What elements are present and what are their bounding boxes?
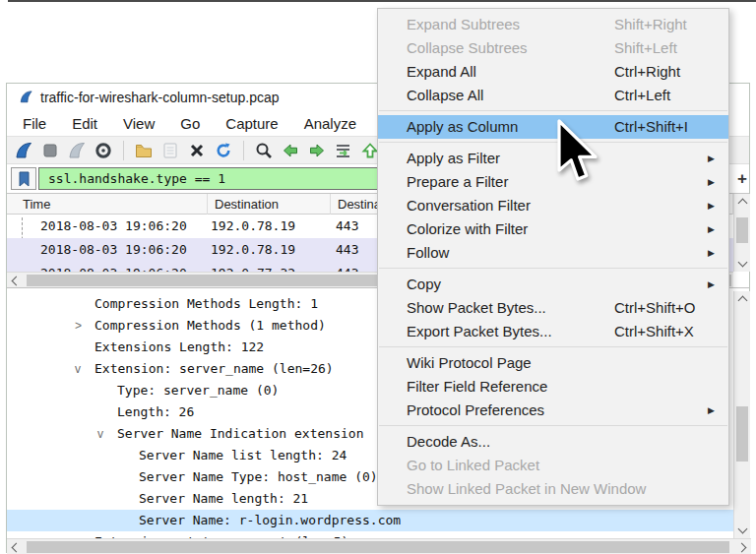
filter-bookmark-button[interactable] xyxy=(11,167,36,190)
scroll-up-arrow[interactable] xyxy=(734,194,750,210)
menu-separator xyxy=(379,268,727,269)
scroll-left-arrow[interactable] xyxy=(7,273,23,288)
desktop: traffic-for-wireshark-column-setup.pcap … xyxy=(0,0,756,554)
detail-row-selected[interactable]: Server Name: r-login.wordpress.com xyxy=(7,510,733,531)
toolbar-separator xyxy=(243,141,244,160)
detail-hscrollbar[interactable] xyxy=(7,538,751,554)
cell-destination: 192.0.78.19 xyxy=(211,215,295,238)
column-header-time[interactable]: Time xyxy=(7,194,208,215)
expanded-arrow-icon: v xyxy=(97,423,103,445)
submenu-arrow-icon: ▶ xyxy=(708,399,715,422)
menu-item-filter-field-reference[interactable]: Filter Field Reference xyxy=(378,375,728,399)
close-file-icon[interactable] xyxy=(186,140,208,160)
cell-destination: 192.0.78.19 xyxy=(211,238,295,262)
vscroll-thumb[interactable] xyxy=(736,217,748,243)
detail-row[interactable]: >Extension: status_request (len=5) xyxy=(7,531,733,538)
menu-go[interactable]: Go xyxy=(180,115,200,132)
menu-item-export-packet-bytes[interactable]: Export Packet Bytes...Ctrl+Shift+X xyxy=(378,320,728,343)
find-packet-icon[interactable] xyxy=(253,140,275,160)
menu-item-show-linked-packet-in-new-window[interactable]: Show Linked Packet in New Window xyxy=(378,477,728,501)
menu-separator xyxy=(379,110,727,111)
previous-packet-icon[interactable] xyxy=(280,140,301,160)
menu-item-colorize-with-filter[interactable]: Colorize with Filter▶ xyxy=(378,217,728,241)
menu-item-protocol-preferences[interactable]: Protocol Preferences▶ xyxy=(378,399,728,422)
menu-item-follow[interactable]: Follow▶ xyxy=(378,241,728,265)
packet-list-vscrollbar[interactable] xyxy=(733,194,750,272)
collapsed-arrow-icon: > xyxy=(75,315,82,337)
menu-item-go-to-linked-packet[interactable]: Go to Linked Packet xyxy=(378,454,728,477)
menu-item-expand-all[interactable]: Expand AllCtrl+Right xyxy=(378,60,728,84)
menu-item-apply-as-column[interactable]: Apply as ColumnCtrl+Shift+I xyxy=(378,115,728,139)
menu-analyze[interactable]: Analyze xyxy=(304,115,356,132)
cell-time: 2018-08-03 19:06:20 xyxy=(40,215,187,238)
next-packet-icon[interactable] xyxy=(306,140,328,160)
bookmark-icon xyxy=(18,171,31,187)
menu-separator xyxy=(379,142,727,143)
submenu-arrow-icon: ▶ xyxy=(708,170,715,194)
cell-time: 2018-08-03 19:06:20 xyxy=(40,262,187,272)
hscroll-thumb[interactable] xyxy=(27,541,729,553)
menu-item-prepare-a-filter[interactable]: Prepare a Filter▶ xyxy=(378,170,728,194)
window-title: traffic-for-wireshark-column-setup.pcap xyxy=(40,90,280,105)
go-to-packet-icon[interactable] xyxy=(333,140,354,160)
menu-item-decode-as[interactable]: Decode As... xyxy=(378,430,728,454)
cell-destination-port: 443 xyxy=(336,215,358,238)
menu-item-collapse-subtrees[interactable]: Collapse SubtreesShift+Left xyxy=(378,36,728,60)
capture-options-icon[interactable] xyxy=(93,140,114,160)
menu-item-collapse-all[interactable]: Collapse AllCtrl+Left xyxy=(378,84,728,107)
cell-destination: 192.0.77.32 xyxy=(211,262,295,272)
menu-file[interactable]: File xyxy=(23,115,46,132)
submenu-arrow-icon: ▶ xyxy=(708,147,715,170)
open-file-icon[interactable] xyxy=(133,140,155,160)
scroll-up-arrow[interactable] xyxy=(734,291,750,307)
submenu-arrow-icon: ▶ xyxy=(708,217,715,241)
display-filter-value: ssl.handshake.type == 1 xyxy=(48,171,225,186)
filter-add-button[interactable]: + xyxy=(733,167,751,190)
scroll-left-arrow[interactable] xyxy=(7,539,23,554)
context-menu: Expand SubtreesShift+Right Collapse Subt… xyxy=(377,8,729,506)
restart-capture-icon[interactable] xyxy=(66,140,88,160)
submenu-arrow-icon: ▶ xyxy=(708,273,715,296)
column-header-destination[interactable]: Destination xyxy=(208,194,331,215)
detail-vscrollbar[interactable] xyxy=(733,291,750,538)
menu-item-show-packet-bytes[interactable]: Show Packet Bytes...Ctrl+Shift+O xyxy=(378,296,728,320)
menu-item-expand-subtrees[interactable]: Expand SubtreesShift+Right xyxy=(378,13,728,36)
submenu-arrow-icon: ▶ xyxy=(708,194,715,217)
menu-item-wiki-protocol-page[interactable]: Wiki Protocol Page xyxy=(378,351,728,375)
collapsed-arrow-icon: > xyxy=(75,531,82,538)
scroll-down-arrow[interactable] xyxy=(734,256,750,272)
menu-capture[interactable]: Capture xyxy=(225,115,278,132)
stop-capture-icon[interactable] xyxy=(39,140,61,160)
start-capture-icon[interactable] xyxy=(13,140,34,160)
cell-time: 2018-08-03 19:06:20 xyxy=(40,238,187,262)
save-file-icon[interactable] xyxy=(159,140,181,160)
background-window-edge xyxy=(8,0,756,2)
menu-edit[interactable]: Edit xyxy=(72,115,97,132)
scroll-right-arrow[interactable] xyxy=(735,539,751,554)
menu-separator xyxy=(379,425,727,426)
scroll-down-arrow[interactable] xyxy=(734,523,750,538)
cell-destination-port: 443 xyxy=(336,262,358,272)
cell-destination-port: 443 xyxy=(336,238,358,262)
mouse-cursor-icon xyxy=(556,119,599,184)
menu-item-copy[interactable]: Copy▶ xyxy=(378,273,728,296)
expanded-arrow-icon: v xyxy=(75,358,81,380)
menu-item-apply-as-filter[interactable]: Apply as Filter▶ xyxy=(378,147,728,170)
submenu-arrow-icon: ▶ xyxy=(708,241,715,265)
vscroll-thumb[interactable] xyxy=(736,406,748,462)
reload-file-icon[interactable] xyxy=(213,140,234,160)
toolbar-separator xyxy=(123,141,124,160)
menu-view[interactable]: View xyxy=(123,115,155,132)
menu-separator xyxy=(379,346,727,347)
menu-item-conversation-filter[interactable]: Conversation Filter▶ xyxy=(378,194,728,217)
wireshark-logo-icon xyxy=(19,90,33,104)
